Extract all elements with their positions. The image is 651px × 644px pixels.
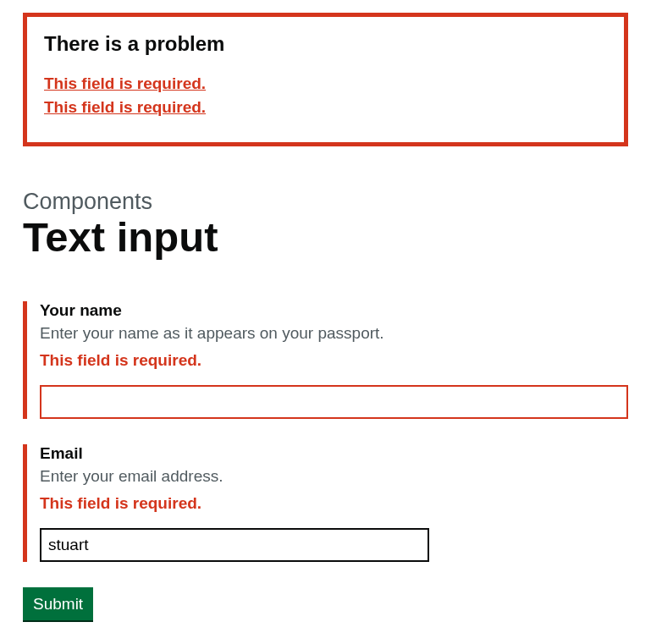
error-summary-link-2[interactable]: This field is required. bbox=[44, 98, 206, 116]
name-hint: Enter your name as it appears on your pa… bbox=[40, 324, 628, 343]
email-error: This field is required. bbox=[40, 494, 628, 513]
form-group-name: Your name Enter your name as it appears … bbox=[23, 301, 628, 419]
page-heading: Components Text input bbox=[23, 189, 628, 261]
form-group-email: Email Enter your email address. This fie… bbox=[23, 444, 628, 562]
name-error: This field is required. bbox=[40, 351, 628, 370]
name-label: Your name bbox=[40, 301, 628, 320]
error-summary: There is a problem This field is require… bbox=[23, 13, 628, 146]
email-hint: Enter your email address. bbox=[40, 467, 628, 486]
name-input[interactable] bbox=[40, 385, 628, 419]
email-input[interactable] bbox=[40, 528, 429, 562]
error-summary-list: This field is required. This field is re… bbox=[44, 74, 607, 117]
email-label: Email bbox=[40, 444, 628, 463]
heading-title: Text input bbox=[23, 215, 628, 261]
heading-caption: Components bbox=[23, 189, 152, 214]
submit-button[interactable]: Submit bbox=[23, 587, 93, 622]
error-summary-link-1[interactable]: This field is required. bbox=[44, 74, 206, 92]
error-summary-title: There is a problem bbox=[44, 32, 607, 56]
